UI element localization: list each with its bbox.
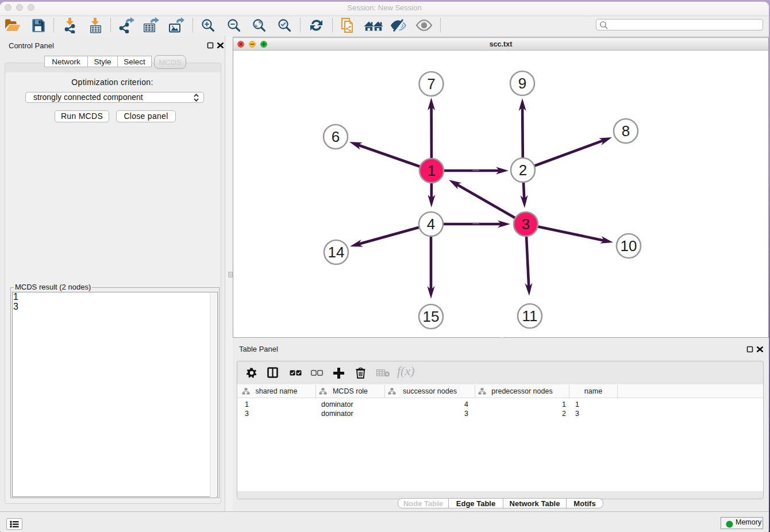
svg-text:8: 8 <box>622 122 630 140</box>
svg-text:10: 10 <box>621 237 637 255</box>
svg-text:14: 14 <box>328 244 345 261</box>
svg-text:4: 4 <box>427 215 435 233</box>
svg-text:1: 1 <box>428 162 436 179</box>
svg-text:7: 7 <box>427 75 435 92</box>
svg-text:6: 6 <box>332 128 340 145</box>
svg-text:11: 11 <box>522 307 538 325</box>
svg-text:9: 9 <box>518 75 526 92</box>
svg-text:2: 2 <box>519 161 527 179</box>
svg-text:15: 15 <box>423 308 440 325</box>
svg-text:3: 3 <box>522 215 530 233</box>
